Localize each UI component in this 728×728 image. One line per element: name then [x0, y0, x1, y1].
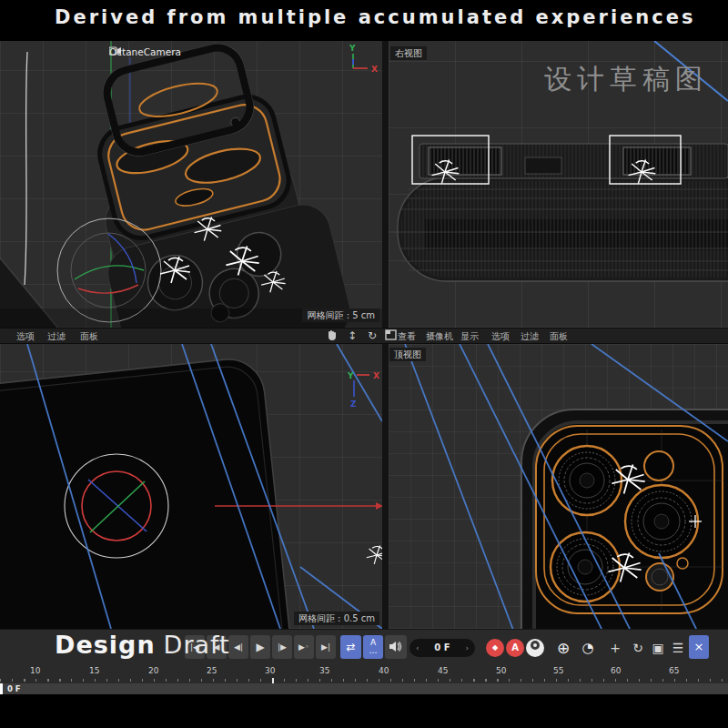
frame-increment-arrow[interactable]: ›	[465, 639, 469, 657]
title-bar: Derived from multiple accumulated experi…	[0, 0, 728, 41]
loop-mode-button[interactable]: ⇄	[340, 635, 361, 659]
viewport-menubar: 选项 过滤 面板 ↕ ↻ 查看 摄像机 显示 选项 过滤 面板	[0, 328, 728, 344]
viewport-label: 右视图	[390, 46, 427, 60]
camera-label[interactable]: OctaneCamera	[109, 46, 181, 57]
ruler-label: 65	[669, 666, 679, 675]
bottom-spacer	[0, 694, 728, 728]
key-selection-dots: ⋯	[369, 648, 378, 657]
bottom-left-scene: Y X Z	[0, 344, 382, 629]
scale-record-button[interactable]: ▣	[648, 637, 668, 659]
axis-x-label: X	[371, 65, 378, 74]
key-selection-letter: A	[370, 638, 376, 647]
viewport-divider	[382, 344, 389, 629]
timeline-scrubber[interactable]: 0 F	[0, 683, 728, 694]
ruler-label: 55	[553, 666, 563, 675]
playhead-frame-label: 0 F	[7, 684, 21, 693]
next-key-button[interactable]: ▶◦	[294, 635, 314, 659]
menu-options-left[interactable]: 选项	[16, 330, 35, 342]
keying-settings-button[interactable]	[526, 639, 544, 657]
parameter-record-button[interactable]: ☰	[668, 637, 688, 659]
ruler-label: 45	[438, 666, 448, 675]
dolly-updown-icon[interactable]: ↕	[344, 329, 360, 343]
viewport-bottom-left[interactable]: Y X Z 网格间距 : 0.5 cm	[0, 344, 382, 629]
page-title: Derived from multiple accumulated experi…	[55, 6, 696, 28]
motion-clip-button[interactable]: ◔	[578, 637, 598, 659]
rotate-view-icon[interactable]: ↻	[364, 329, 380, 343]
animation-toolbar: |◀ ◀ ◀| ▶ |▶ ▶◦ ▶| ⇄ A ⋯ ‹ 0 F › ◆ A ⊕ ◔…	[0, 629, 728, 665]
frame-value: 0 F	[434, 642, 450, 652]
axis-z-label: Z	[350, 399, 357, 409]
add-keyframe-button[interactable]: ⊕	[553, 637, 573, 659]
speaker-icon	[389, 641, 402, 652]
top-view-scene	[389, 344, 728, 629]
maximize-view-icon[interactable]	[382, 329, 399, 343]
current-frame-field[interactable]: ‹ 0 F ›	[410, 639, 475, 657]
menu-view[interactable]: 查看	[398, 330, 416, 342]
viewport-divider	[382, 41, 389, 328]
menu-options-right[interactable]: 选项	[491, 330, 510, 342]
menu-filter-left[interactable]: 过滤	[47, 330, 66, 342]
menu-display[interactable]: 显示	[460, 330, 479, 342]
menu-panel-right[interactable]: 面板	[550, 330, 568, 342]
next-frame-button[interactable]: |▶	[272, 635, 292, 659]
playhead-marker[interactable]	[0, 683, 3, 694]
viewport-top-view[interactable]: 顶视图	[389, 344, 728, 629]
ruler-label: 15	[89, 666, 99, 675]
frame-decrement-arrow[interactable]: ‹	[416, 639, 420, 657]
record-keyframe-button[interactable]: ◆	[486, 639, 504, 657]
axis-y-label: Y	[347, 371, 354, 380]
ruler-label: 10	[30, 666, 40, 675]
timeline-ruler[interactable]: 10 15 20 25 30 35 40 45 50 55 60 65	[0, 665, 728, 678]
sketch-watermark: 设计草稿图	[544, 61, 708, 98]
key-selection-button[interactable]: A ⋯	[363, 635, 383, 659]
axis-y-label: Y	[349, 44, 356, 53]
viewport-perspective[interactable]: Y X OctaneCamera 网格间距 : 5 cm	[0, 41, 382, 328]
menu-camera[interactable]: 摄像机	[426, 330, 453, 342]
goto-start-button[interactable]: |◀	[185, 635, 205, 659]
play-button[interactable]: ▶	[250, 635, 270, 659]
ruler-label: 20	[148, 666, 158, 675]
rotation-record-button[interactable]: ↻	[628, 637, 648, 659]
axis-x-label: X	[373, 371, 379, 380]
prev-key-button[interactable]: ◀	[207, 635, 227, 659]
grid-spacing-badge: 网格间距 : 0.5 cm	[294, 612, 379, 625]
ruler-label: 35	[319, 666, 329, 675]
app-window: Derived from multiple accumulated experi…	[0, 0, 728, 728]
point-level-animation-button[interactable]: ×	[689, 635, 709, 659]
prev-frame-button[interactable]: ◀|	[228, 635, 248, 659]
autokey-button[interactable]: A	[506, 639, 524, 657]
pan-hand-icon[interactable]	[324, 329, 340, 343]
menu-panel-left[interactable]: 面板	[80, 330, 98, 342]
viewport-right-view[interactable]: 右视图 设计草稿图	[389, 41, 728, 328]
camera-icon	[109, 46, 121, 56]
ruler-label: 40	[379, 666, 389, 675]
ruler-label: 25	[207, 666, 217, 675]
menu-filter-right[interactable]: 过滤	[521, 330, 539, 342]
grid-spacing-badge: 网格间距 : 5 cm	[302, 308, 379, 322]
viewport-label: 顶视图	[389, 348, 426, 361]
position-record-button[interactable]: +	[605, 637, 625, 659]
ruler-label: 30	[265, 666, 275, 675]
sound-button[interactable]	[385, 635, 407, 659]
gear-icon	[531, 641, 540, 650]
ruler-label: 60	[611, 666, 621, 675]
goto-end-button[interactable]: ▶|	[316, 635, 336, 659]
ruler-label: 50	[496, 666, 506, 675]
perspective-scene: Y X	[0, 41, 382, 328]
